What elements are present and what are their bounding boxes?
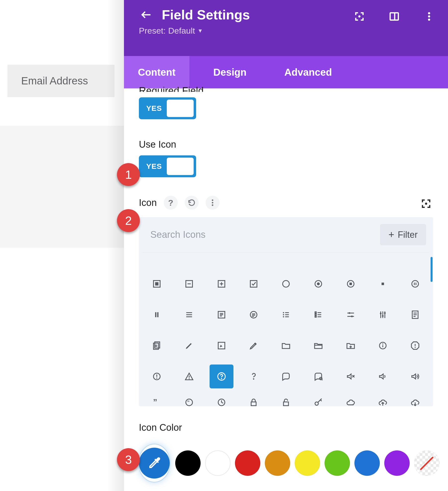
compose-box-icon[interactable]	[210, 334, 233, 358]
chat-bubble-icon[interactable]	[274, 365, 298, 388]
icon-color-row	[139, 444, 433, 482]
volume-low-icon[interactable]	[371, 365, 395, 388]
clock-icon[interactable]	[210, 395, 233, 406]
svg-line-97	[222, 402, 223, 403]
form-preview-pane: Email Address	[0, 0, 124, 491]
icon-grid-row	[145, 271, 427, 296]
panel-body: Required Field YES Use Icon YES Icon ?	[124, 87, 448, 491]
dot-circle-icon[interactable]	[306, 272, 330, 296]
reset-icon[interactable]	[185, 196, 199, 210]
folder-icon[interactable]	[274, 334, 298, 358]
files-icon[interactable]	[145, 334, 169, 358]
list-dots-icon[interactable]	[274, 303, 298, 327]
svg-line-102	[320, 400, 322, 401]
more-vertical-icon[interactable]	[423, 10, 436, 23]
svg-rect-22	[349, 283, 352, 285]
color-swatch[interactable]	[384, 450, 410, 476]
minus-square-icon[interactable]	[177, 272, 201, 296]
pause-circle-icon[interactable]	[403, 272, 427, 296]
folder-bar-icon[interactable]	[306, 334, 330, 358]
icon-filter-button[interactable]: + Filter	[380, 224, 426, 245]
panel-shadow	[107, 0, 124, 491]
volume-mute-icon[interactable]	[339, 365, 363, 388]
svg-rect-23	[382, 283, 384, 285]
alert-circle-icon[interactable]	[145, 365, 169, 388]
quote-close-icon[interactable]: ”	[145, 395, 169, 406]
color-swatch[interactable]	[354, 450, 380, 476]
annotation-step-1: 1	[117, 163, 140, 186]
preview-blank-area	[0, 126, 124, 248]
text-box-icon[interactable]	[210, 303, 233, 327]
color-swatch[interactable]	[414, 450, 440, 476]
info-circle-icon[interactable]	[371, 334, 395, 358]
svg-point-61	[384, 312, 386, 314]
volume-high-icon[interactable]	[403, 365, 427, 388]
alert-octagon-icon[interactable]	[403, 334, 427, 358]
color-swatch[interactable]	[205, 450, 230, 476]
eyedropper-wrapper	[139, 444, 170, 482]
expand-icon[interactable]	[419, 197, 433, 211]
required-field-label: Required Field	[139, 87, 433, 92]
color-swatch[interactable]	[325, 450, 350, 476]
eyedropper-button[interactable]	[139, 448, 170, 479]
color-swatch[interactable]	[175, 450, 201, 476]
svg-point-84	[189, 378, 190, 379]
quote-circle-icon[interactable]: ”	[177, 395, 201, 406]
cloud-down-icon[interactable]	[403, 395, 427, 406]
svg-point-18	[283, 281, 289, 287]
stop-filled-icon[interactable]	[145, 272, 169, 296]
icon-search-input[interactable]	[146, 226, 375, 244]
lock-icon[interactable]	[242, 395, 266, 406]
svg-point-40	[283, 312, 284, 313]
key-icon[interactable]	[306, 395, 330, 406]
alert-triangle-icon[interactable]	[177, 365, 201, 388]
cloud-icon[interactable]	[339, 395, 363, 406]
panel-header: Field Settings Preset: Default ▼	[124, 0, 448, 56]
svg-point-9	[425, 203, 427, 205]
tab-content-label: Content	[138, 67, 175, 78]
help-icon[interactable]: ?	[164, 196, 178, 210]
question-icon[interactable]	[242, 365, 266, 388]
more-icon[interactable]	[206, 196, 220, 210]
tab-content[interactable]: Content	[124, 56, 189, 88]
annotation-step-2: 2	[117, 209, 140, 232]
icon-color-label: Icon Color	[139, 422, 433, 433]
plus-square-icon[interactable]	[210, 272, 233, 296]
svg-point-4	[428, 15, 430, 18]
use-icon-toggle[interactable]: YES	[139, 155, 196, 177]
layout-columns-icon[interactable]	[388, 10, 401, 23]
svg-point-82	[156, 378, 157, 379]
list-numbered-icon[interactable]	[306, 303, 330, 327]
file-text-icon[interactable]	[403, 303, 427, 327]
circle-icon[interactable]	[274, 272, 298, 296]
preset-dropdown[interactable]: Preset: Default ▼	[139, 26, 433, 36]
color-swatch[interactable]	[295, 450, 320, 476]
required-toggle[interactable]: YES	[139, 97, 196, 119]
check-square-icon[interactable]	[242, 272, 266, 296]
text-circle-icon[interactable]	[242, 303, 266, 327]
email-input-preview[interactable]: Email Address	[7, 65, 114, 97]
color-swatch[interactable]	[235, 450, 260, 476]
tab-advanced[interactable]: Advanced	[270, 56, 346, 88]
icon-grid-scrollbar[interactable]	[431, 257, 433, 282]
svg-point-20	[317, 282, 320, 285]
lock-open-icon[interactable]	[274, 395, 298, 406]
plus-icon: +	[389, 229, 394, 240]
sliders-v-icon[interactable]	[371, 303, 395, 327]
color-swatch[interactable]	[265, 450, 290, 476]
back-icon[interactable]	[139, 7, 153, 22]
help-circle-icon[interactable]	[210, 365, 233, 388]
pencil-icon[interactable]	[177, 334, 201, 358]
sliders-h-icon[interactable]	[339, 303, 363, 327]
cloud-up-icon[interactable]	[371, 395, 395, 406]
fullscreen-icon[interactable]	[353, 10, 366, 23]
svg-point-87	[253, 378, 254, 379]
compose-icon[interactable]	[242, 334, 266, 358]
menu-lines-icon[interactable]	[177, 303, 201, 327]
folder-plus-icon[interactable]	[339, 334, 363, 358]
stop-circle-icon[interactable]	[339, 272, 363, 296]
chat-search-icon[interactable]	[306, 365, 330, 388]
square-small-icon[interactable]	[371, 272, 395, 296]
tab-design[interactable]: Design	[189, 56, 270, 88]
pause-icon[interactable]	[145, 303, 169, 327]
